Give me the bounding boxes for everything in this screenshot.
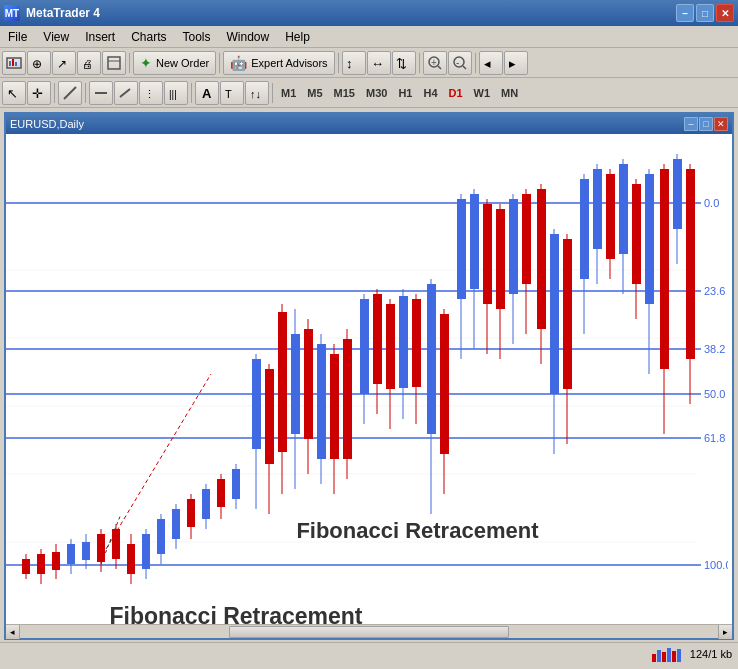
sep-5: [475, 53, 476, 73]
line-tool[interactable]: [58, 81, 82, 105]
chart-maximize-btn[interactable]: □: [699, 117, 713, 131]
scroll-right-btn[interactable]: ▸: [504, 51, 528, 75]
tf-m1[interactable]: M1: [276, 85, 301, 101]
draw-line-tool[interactable]: [89, 81, 113, 105]
svg-rect-123: [632, 184, 641, 284]
svg-rect-133: [657, 650, 661, 662]
diagonal-tool[interactable]: [114, 81, 138, 105]
menu-insert[interactable]: Insert: [77, 26, 123, 47]
label-tool[interactable]: T: [220, 81, 244, 105]
tf-w1[interactable]: W1: [469, 85, 496, 101]
scroll-right-arrow[interactable]: ▸: [718, 625, 732, 639]
svg-rect-49: [112, 529, 120, 559]
scrollbar-thumb[interactable]: [229, 626, 508, 638]
svg-rect-71: [278, 312, 287, 452]
svg-text:✛: ✛: [32, 86, 43, 101]
svg-text:🖨: 🖨: [82, 58, 93, 70]
tf-m30[interactable]: M30: [361, 85, 392, 101]
chart-close-btn[interactable]: ✕: [714, 117, 728, 131]
toolbar-btn-2[interactable]: ↗: [52, 51, 76, 75]
sep-d4: [272, 83, 273, 103]
expert-advisors-btn[interactable]: 🤖 Expert Advisors: [223, 51, 334, 75]
toolbar-btn-4[interactable]: [102, 51, 126, 75]
svg-rect-89: [399, 296, 408, 388]
fibonacci-tool[interactable]: |||: [164, 81, 188, 105]
cursor-tool[interactable]: ↖: [2, 81, 26, 105]
status-kb: 124/1 kb: [690, 648, 732, 660]
tf-m15[interactable]: M15: [329, 85, 360, 101]
sep-3: [338, 53, 339, 73]
scrollbar-track[interactable]: [20, 625, 718, 639]
fib-label-50: 50.0: [704, 388, 725, 400]
menu-window[interactable]: Window: [219, 26, 278, 47]
svg-rect-67: [252, 359, 261, 449]
svg-line-24: [120, 89, 130, 97]
drawing-toolbar: ↖ ✛ ⋮⋮ ||| A T ↑↓ M1 M5 M15 M30 H1 H4 D1…: [0, 78, 738, 108]
maximize-button[interactable]: □: [696, 4, 714, 22]
new-order-label: New Order: [156, 57, 209, 69]
zoom-in-btn[interactable]: +: [423, 51, 447, 75]
sep-2: [219, 53, 220, 73]
chart-tool-2[interactable]: ↔: [367, 51, 391, 75]
svg-rect-119: [606, 174, 615, 259]
svg-text:⋮⋮: ⋮⋮: [144, 88, 159, 100]
svg-text:◂: ◂: [484, 56, 491, 71]
channel-tool[interactable]: ⋮⋮: [139, 81, 163, 105]
minimize-button[interactable]: –: [676, 4, 694, 22]
menu-help[interactable]: Help: [277, 26, 318, 47]
svg-rect-125: [645, 174, 654, 304]
svg-rect-111: [550, 234, 559, 394]
zoom-out-btn[interactable]: -: [448, 51, 472, 75]
nav-btn[interactable]: ⊕: [27, 51, 51, 75]
tf-mn[interactable]: MN: [496, 85, 523, 101]
svg-rect-136: [672, 651, 676, 662]
scroll-left-btn[interactable]: ◂: [479, 51, 503, 75]
svg-rect-51: [127, 544, 135, 574]
tf-d1[interactable]: D1: [444, 85, 468, 101]
h-scrollbar[interactable]: ◂ ▸: [6, 624, 732, 638]
svg-text:▸: ▸: [509, 56, 516, 71]
fib-label-0: 0.0: [704, 197, 719, 209]
svg-rect-77: [317, 344, 326, 459]
menu-bar: File View Insert Charts Tools Window Hel…: [0, 26, 738, 48]
svg-text:-: -: [456, 57, 459, 68]
title-bar: MT MetaTrader 4 – □ ✕: [0, 0, 738, 26]
main-toolbar: ⊕ ↗ 🖨 ✦ New Order 🤖 Expert Advisors ↕ ↔ …: [0, 48, 738, 78]
svg-rect-127: [660, 169, 669, 369]
chart-tool-3[interactable]: ⇅: [392, 51, 416, 75]
text-tool[interactable]: A: [195, 81, 219, 105]
chart-tool-1[interactable]: ↕: [342, 51, 366, 75]
svg-rect-69: [265, 369, 274, 464]
svg-rect-43: [67, 544, 75, 564]
menu-file[interactable]: File: [0, 26, 35, 47]
scroll-left-arrow[interactable]: ◂: [6, 625, 20, 639]
svg-text:T: T: [225, 88, 232, 100]
svg-line-14: [438, 66, 441, 69]
new-chart-btn[interactable]: [2, 51, 26, 75]
arrow-tool[interactable]: ↑↓: [245, 81, 269, 105]
svg-rect-101: [483, 204, 492, 304]
crosshair-tool[interactable]: ✛: [27, 81, 51, 105]
tf-h4[interactable]: H4: [418, 85, 442, 101]
mini-chart-icon: [652, 646, 682, 662]
menu-charts[interactable]: Charts: [123, 26, 174, 47]
fibonacci-text: Fibonacci Retracement: [109, 603, 362, 624]
svg-rect-57: [172, 509, 180, 539]
svg-rect-135: [667, 648, 671, 662]
tf-h1[interactable]: H1: [393, 85, 417, 101]
svg-rect-73: [291, 334, 300, 434]
svg-rect-41: [52, 552, 60, 570]
svg-rect-134: [662, 652, 666, 662]
tf-m5[interactable]: M5: [302, 85, 327, 101]
svg-line-17: [463, 66, 466, 69]
toolbar-btn-3[interactable]: 🖨: [77, 51, 101, 75]
svg-rect-107: [522, 194, 531, 284]
ea-icon: 🤖: [230, 55, 247, 71]
menu-view[interactable]: View: [35, 26, 77, 47]
menu-tools[interactable]: Tools: [175, 26, 219, 47]
chart-minimize-btn[interactable]: –: [684, 117, 698, 131]
close-button[interactable]: ✕: [716, 4, 734, 22]
new-order-btn[interactable]: ✦ New Order: [133, 51, 216, 75]
svg-rect-79: [330, 354, 339, 459]
app-title: MetaTrader 4: [26, 6, 100, 20]
